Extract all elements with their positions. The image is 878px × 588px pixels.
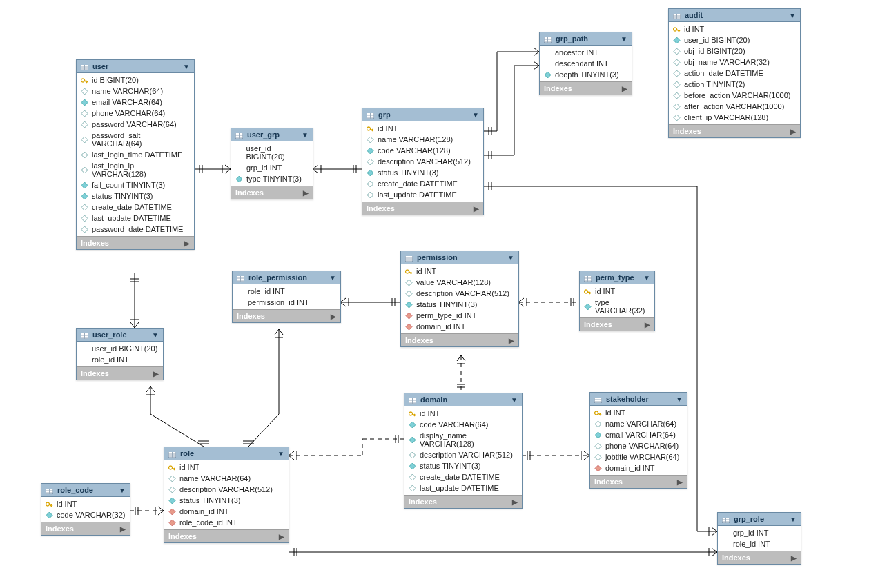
column-row[interactable]: before_action VARCHAR(1000) <box>669 90 800 101</box>
expand-icon[interactable]: ▶ <box>331 313 336 320</box>
column-row[interactable]: code VARCHAR(128) <box>362 145 483 156</box>
column-row[interactable]: name VARCHAR(128) <box>362 134 483 145</box>
column-row[interactable]: status TINYINT(3) <box>164 495 289 506</box>
column-row[interactable]: jobtitle VARCHAR(64) <box>590 451 687 462</box>
collapse-icon[interactable]: ▼ <box>789 12 796 19</box>
collapse-icon[interactable]: ▼ <box>472 111 479 119</box>
column-row[interactable]: name VARCHAR(64) <box>77 86 194 97</box>
collapse-icon[interactable]: ▼ <box>621 35 627 43</box>
entity-header-grp_role[interactable]: grp_role▼ <box>718 513 801 526</box>
column-row[interactable]: status TINYINT(3) <box>404 460 522 471</box>
expand-icon[interactable]: ▶ <box>677 478 683 486</box>
entity-role_code[interactable]: role_code▼id INTcode VARCHAR(32)Indexes▶ <box>41 483 130 536</box>
entity-header-user[interactable]: user▼ <box>77 60 194 73</box>
indexes-section[interactable]: Indexes▶ <box>590 475 687 488</box>
column-row[interactable]: last_update DATETIME <box>404 482 522 493</box>
expand-icon[interactable]: ▶ <box>512 498 518 506</box>
column-row[interactable]: type TINYINT(3) <box>231 173 313 184</box>
entity-header-role[interactable]: role▼ <box>164 447 289 460</box>
column-row[interactable]: fail_count TINYINT(3) <box>77 179 194 190</box>
entity-header-permission[interactable]: permission▼ <box>401 251 518 264</box>
collapse-icon[interactable]: ▼ <box>302 131 309 139</box>
column-row[interactable]: role_id INT <box>77 354 163 365</box>
column-row[interactable]: status TINYINT(3) <box>77 190 194 202</box>
indexes-section[interactable]: Indexes▶ <box>401 333 518 346</box>
column-row[interactable]: obj_name VARCHAR(32) <box>669 57 800 68</box>
expand-icon[interactable]: ▶ <box>303 189 309 197</box>
column-row[interactable]: role_id INT <box>233 286 340 297</box>
column-row[interactable]: create_date DATETIME <box>77 202 194 213</box>
indexes-section[interactable]: Indexes▶ <box>718 551 801 564</box>
column-row[interactable]: email VARCHAR(64) <box>77 97 194 108</box>
column-row[interactable]: descendant INT <box>540 58 632 69</box>
column-row[interactable]: id INT <box>401 266 518 277</box>
column-row[interactable]: user_id BIGINT(20) <box>669 35 800 46</box>
column-row[interactable]: description VARCHAR(512) <box>401 288 518 299</box>
column-row[interactable]: description VARCHAR(512) <box>404 449 522 460</box>
column-row[interactable]: role_id INT <box>718 538 801 549</box>
entity-header-user_role[interactable]: user_role▼ <box>77 329 163 342</box>
column-row[interactable]: id INT <box>590 407 687 418</box>
column-row[interactable]: create_date DATETIME <box>404 471 522 482</box>
column-row[interactable]: id INT <box>164 462 289 473</box>
collapse-icon[interactable]: ▼ <box>329 274 336 282</box>
column-row[interactable]: domain_id INT <box>401 321 518 332</box>
column-row[interactable]: last_login_time DATETIME <box>77 149 194 160</box>
column-row[interactable]: status TINYINT(3) <box>362 167 483 178</box>
collapse-icon[interactable]: ▼ <box>277 450 284 458</box>
collapse-icon[interactable]: ▼ <box>643 274 650 282</box>
indexes-section[interactable]: Indexes▶ <box>164 529 289 542</box>
indexes-section[interactable]: Indexes▶ <box>77 236 194 249</box>
entity-header-role_permission[interactable]: role_permission▼ <box>233 271 340 284</box>
expand-icon[interactable]: ▶ <box>509 337 514 344</box>
column-row[interactable]: code VARCHAR(64) <box>404 419 522 430</box>
expand-icon[interactable]: ▶ <box>791 554 797 562</box>
collapse-icon[interactable]: ▼ <box>507 254 514 262</box>
entity-header-audit[interactable]: audit▼ <box>669 9 800 22</box>
column-row[interactable]: phone VARCHAR(64) <box>77 108 194 119</box>
column-row[interactable]: status TINYINT(3) <box>401 299 518 310</box>
column-row[interactable]: grp_id INT <box>231 162 313 173</box>
column-row[interactable]: id INT <box>41 498 130 509</box>
expand-icon[interactable]: ▶ <box>120 525 126 533</box>
entity-grp_path[interactable]: grp_path▼ancestor INTdescendant INTdeept… <box>539 32 632 95</box>
entity-stakeholder[interactable]: stakeholder▼id INTname VARCHAR(64)email … <box>589 392 687 489</box>
column-row[interactable]: id INT <box>669 23 800 35</box>
expand-icon[interactable]: ▶ <box>474 205 479 213</box>
column-row[interactable]: create_date DATETIME <box>362 178 483 189</box>
collapse-icon[interactable]: ▼ <box>790 516 797 523</box>
expand-icon[interactable]: ▶ <box>622 85 627 92</box>
entity-grp[interactable]: grp▼id INTname VARCHAR(128)code VARCHAR(… <box>362 108 484 215</box>
entity-domain[interactable]: domain▼id INTcode VARCHAR(64)display_nam… <box>404 393 523 509</box>
column-row[interactable]: obj_id BIGINT(20) <box>669 46 800 57</box>
column-row[interactable]: domain_id INT <box>590 462 687 473</box>
column-row[interactable]: grp_id INT <box>718 527 801 538</box>
indexes-section[interactable]: Indexes▶ <box>540 81 632 95</box>
column-row[interactable]: deepth TINYINT(3) <box>540 69 632 80</box>
column-row[interactable]: domain_id INT <box>164 506 289 517</box>
column-row[interactable]: email VARCHAR(64) <box>590 429 687 440</box>
column-row[interactable]: ancestor INT <box>540 47 632 58</box>
entity-header-grp_path[interactable]: grp_path▼ <box>540 32 632 46</box>
entity-header-role_code[interactable]: role_code▼ <box>41 484 130 497</box>
indexes-section[interactable]: Indexes▶ <box>41 522 130 535</box>
column-row[interactable]: user_id BIGINT(20) <box>231 143 313 162</box>
indexes-section[interactable]: Indexes▶ <box>362 202 483 215</box>
column-row[interactable]: password_salt VARCHAR(64) <box>77 130 194 149</box>
column-row[interactable]: role_code_id INT <box>164 517 289 528</box>
expand-icon[interactable]: ▶ <box>645 321 650 329</box>
column-row[interactable]: last_update DATETIME <box>77 213 194 224</box>
entity-grp_role[interactable]: grp_role▼grp_id INTrole_id INTIndexes▶ <box>717 512 801 565</box>
entity-perm_type[interactable]: perm_type▼id INTtype VARCHAR(32)Indexes▶ <box>579 271 655 331</box>
column-row[interactable]: display_name VARCHAR(128) <box>404 430 522 449</box>
column-row[interactable]: id INT <box>580 286 654 297</box>
column-row[interactable]: password VARCHAR(64) <box>77 119 194 130</box>
column-row[interactable]: action_date DATETIME <box>669 68 800 79</box>
collapse-icon[interactable]: ▼ <box>183 63 190 70</box>
column-row[interactable]: action TINYINT(2) <box>669 79 800 90</box>
collapse-icon[interactable]: ▼ <box>676 395 683 403</box>
entity-role_permission[interactable]: role_permission▼role_id INTpermission_id… <box>232 271 341 323</box>
column-row[interactable]: id INT <box>404 408 522 419</box>
expand-icon[interactable]: ▶ <box>279 533 284 540</box>
entity-header-domain[interactable]: domain▼ <box>404 393 522 406</box>
